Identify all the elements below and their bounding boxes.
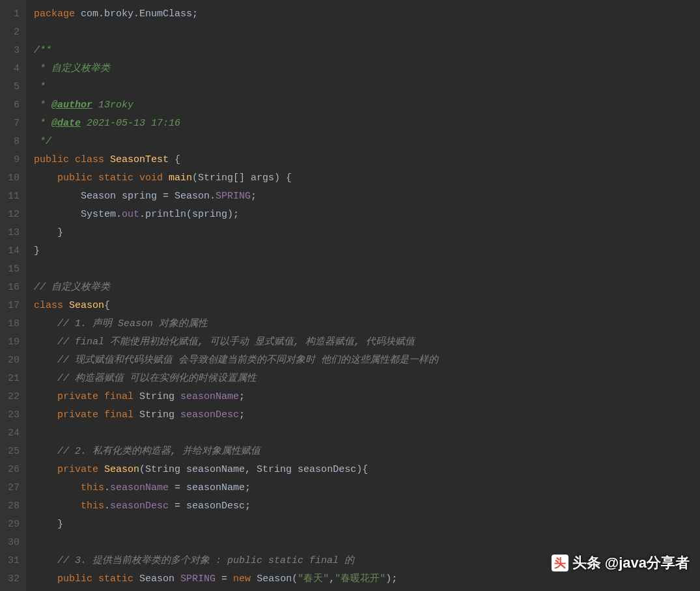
code-token: this — [81, 482, 104, 493]
code-line[interactable]: /** — [34, 42, 700, 60]
code-line[interactable]: private Season(String seasonName, String… — [34, 461, 700, 479]
code-token: = — [216, 573, 233, 584]
code-line[interactable]: } — [34, 515, 700, 534]
code-line[interactable]: private final String seasonDesc; — [34, 406, 700, 424]
code-token — [98, 464, 104, 475]
code-line[interactable]: } — [34, 224, 700, 242]
code-token: private final — [57, 409, 133, 420]
code-line[interactable]: package com.broky.EnumClass; — [34, 5, 700, 23]
line-number: 21 — [8, 370, 20, 388]
code-line[interactable] — [34, 424, 700, 443]
line-number: 2 — [8, 23, 20, 42]
code-token: * — [34, 81, 46, 92]
code-line[interactable]: // final 不能使用初始化赋值, 可以手动 显式赋值, 构造器赋值, 代码… — [34, 333, 700, 351]
line-number: 29 — [8, 515, 20, 534]
code-token: // 3. 提供当前枚举类的多个对象 : public static final… — [57, 555, 354, 566]
code-token: public static — [57, 573, 133, 584]
code-token: * 自定义枚举类 — [34, 63, 110, 74]
code-line[interactable]: // 构造器赋值 可以在实例化的时候设置属性 — [34, 370, 700, 388]
line-number: 17 — [8, 297, 20, 315]
code-token: seasonName — [180, 391, 239, 402]
line-number: 3 — [8, 42, 20, 60]
code-token: private — [57, 464, 98, 475]
code-token: String — [133, 409, 180, 420]
line-number: 11 — [8, 187, 20, 206]
code-area[interactable]: package com.broky.EnumClass; /** * 自定义枚举… — [26, 0, 700, 591]
code-token: @date — [51, 118, 81, 129]
line-number: 13 — [8, 224, 20, 242]
code-token: private final — [57, 391, 133, 402]
code-line[interactable]: // 自定义枚举类 — [34, 279, 700, 297]
code-token — [34, 318, 57, 329]
code-token — [34, 464, 57, 475]
code-editor[interactable]: 1234567891011121314151617181920212223242… — [0, 0, 700, 591]
line-number: 19 — [8, 333, 20, 351]
code-token: String — [133, 391, 180, 402]
code-token — [34, 391, 57, 402]
code-line[interactable]: // 现式赋值和代码块赋值 会导致创建当前类的不同对象时 他们的这些属性都是一样… — [34, 351, 700, 370]
line-number: 8 — [8, 133, 20, 151]
code-line[interactable]: private final String seasonName; — [34, 388, 700, 406]
line-number: 7 — [8, 115, 20, 133]
code-token: Season — [104, 464, 139, 475]
code-line[interactable]: // 1. 声明 Season 对象的属性 — [34, 315, 700, 333]
line-number: 6 — [8, 96, 20, 115]
code-token: Season — [69, 300, 104, 311]
code-token — [163, 172, 169, 184]
code-token — [104, 154, 110, 165]
code-token: . — [104, 501, 110, 512]
line-number: 18 — [8, 315, 20, 333]
line-number: 27 — [8, 479, 20, 497]
code-token: out — [122, 209, 139, 220]
code-line[interactable]: class Season{ — [34, 297, 700, 315]
code-token — [63, 300, 69, 311]
code-line[interactable]: * 自定义枚举类 — [34, 60, 700, 78]
code-line[interactable]: System.out.println(spring); — [34, 206, 700, 224]
code-token: SPRING — [180, 573, 216, 584]
code-token: // 1. 声明 Season 对象的属性 — [57, 318, 208, 329]
code-line[interactable]: this.seasonName = seasonName; — [34, 479, 700, 497]
code-line[interactable]: public class SeasonTest { — [34, 151, 700, 169]
code-line[interactable]: public static void main(String[] args) { — [34, 169, 700, 187]
code-token — [34, 555, 57, 566]
code-line[interactable]: Season spring = Season.SPRING; — [34, 187, 700, 206]
code-token: (String[] args) { — [192, 172, 292, 184]
code-token: Season( — [251, 573, 298, 584]
code-line[interactable]: * @author 13roky — [34, 96, 700, 115]
code-token: public static void — [57, 172, 163, 184]
code-line[interactable] — [34, 260, 700, 279]
code-line[interactable]: } — [34, 242, 700, 260]
line-number: 20 — [8, 351, 20, 370]
code-line[interactable]: * — [34, 78, 700, 96]
line-number: 26 — [8, 461, 20, 479]
code-token: @author — [51, 100, 92, 111]
code-token: /** — [34, 45, 51, 56]
line-number: 25 — [8, 443, 20, 461]
code-token: * — [34, 100, 51, 111]
code-token: class — [34, 300, 63, 311]
code-token: , — [329, 573, 335, 584]
code-token — [34, 172, 57, 184]
code-line[interactable]: // 2. 私有化类的构造器, 并给对象属性赋值 — [34, 443, 700, 461]
code-line[interactable]: * @date 2021-05-13 17:16 — [34, 115, 700, 133]
code-token: package — [34, 8, 75, 20]
code-token: // final 不能使用初始化赋值, 可以手动 显式赋值, 构造器赋值, 代码… — [57, 337, 415, 348]
line-number: 4 — [8, 60, 20, 78]
line-number: 28 — [8, 497, 20, 515]
code-token — [34, 409, 57, 420]
code-token — [34, 573, 57, 584]
line-number: 15 — [8, 260, 20, 279]
code-line[interactable]: // 3. 提供当前枚举类的多个对象 : public static final… — [34, 552, 700, 570]
line-number: 14 — [8, 242, 20, 260]
code-token: Season — [133, 573, 180, 584]
code-line[interactable] — [34, 534, 700, 552]
code-token — [34, 373, 57, 384]
code-token — [34, 482, 81, 493]
code-line[interactable]: public static Season SPRING = new Season… — [34, 570, 700, 588]
code-line[interactable]: */ — [34, 133, 700, 151]
code-line[interactable]: this.seasonDesc = seasonDesc; — [34, 497, 700, 515]
code-token: (String seasonName, String seasonDesc){ — [139, 464, 368, 475]
code-token: // 2. 私有化类的构造器, 并给对象属性赋值 — [57, 446, 260, 457]
code-line[interactable] — [34, 23, 700, 42]
code-token: * — [34, 118, 51, 129]
